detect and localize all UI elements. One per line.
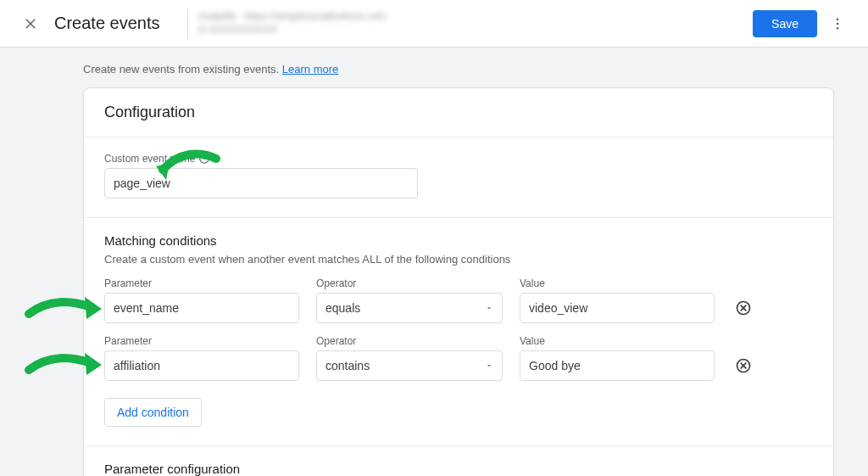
condition-row: Parameter Operator equals Value <box>104 277 813 323</box>
property-id: G-XXXXXXXXXX <box>198 24 387 37</box>
card-header: Configuration <box>84 88 833 137</box>
svg-point-4 <box>837 26 839 29</box>
property-name: Analytify · https://simplesocialbuttons.… <box>198 10 387 24</box>
param-label: Parameter <box>104 277 299 289</box>
value-input[interactable] <box>520 293 715 323</box>
section-divider <box>84 217 833 218</box>
condition-row: Parameter Operator contains Value <box>104 335 813 381</box>
config-card: Configuration Custom event name Matching… <box>83 87 834 476</box>
operator-label: Operator <box>316 335 503 347</box>
operator-value: equals <box>326 301 360 315</box>
app-bar: Create events Analytify · https://simple… <box>0 0 868 48</box>
operator-select[interactable]: contains <box>316 350 503 381</box>
param-input[interactable] <box>104 293 299 323</box>
help-icon[interactable] <box>198 153 210 165</box>
param-input[interactable] <box>104 350 299 381</box>
operator-select[interactable]: equals <box>316 293 503 323</box>
page-title: Create events <box>54 14 160 33</box>
param-label: Parameter <box>104 335 299 347</box>
delete-icon <box>735 300 752 316</box>
section-divider <box>84 445 833 446</box>
operator-label: Operator <box>316 277 503 289</box>
svg-point-2 <box>837 18 839 20</box>
property-block: Analytify · https://simplesocialbuttons.… <box>198 10 387 36</box>
matching-desc: Create a custom event when another event… <box>104 253 813 266</box>
more-menu-button[interactable] <box>821 7 854 41</box>
delete-condition-button[interactable] <box>732 354 755 378</box>
subtitle-row: Create new events from existing events. … <box>0 48 868 87</box>
svg-point-3 <box>837 22 839 25</box>
close-button[interactable] <box>14 7 47 41</box>
matching-title: Matching conditions <box>104 233 813 248</box>
close-icon <box>23 16 38 31</box>
operator-value: contains <box>326 359 370 372</box>
param-config-title: Parameter configuration <box>104 462 813 476</box>
value-label: Value <box>520 335 715 347</box>
add-condition-button[interactable]: Add condition <box>104 398 202 427</box>
learn-more-link[interactable]: Learn more <box>282 63 338 76</box>
chevron-down-icon <box>485 361 493 370</box>
more-vert-icon <box>830 16 845 31</box>
card-body: Custom event name Matching conditions Cr… <box>84 137 833 476</box>
config-header: Configuration <box>104 104 813 121</box>
chevron-down-icon <box>485 304 493 312</box>
subtitle-text: Create new events from existing events. <box>83 63 282 76</box>
value-label: Value <box>520 277 715 289</box>
vertical-divider <box>187 8 188 39</box>
value-input[interactable] <box>520 350 715 381</box>
custom-event-name-label-text: Custom event name <box>104 153 195 165</box>
content-area: Create new events from existing events. … <box>0 48 868 476</box>
custom-event-name-input[interactable] <box>104 168 418 199</box>
save-button[interactable]: Save <box>753 10 817 37</box>
delete-icon <box>735 357 752 374</box>
svg-point-6 <box>204 160 205 161</box>
delete-condition-button[interactable] <box>732 296 755 320</box>
custom-event-name-label: Custom event name <box>104 153 813 165</box>
